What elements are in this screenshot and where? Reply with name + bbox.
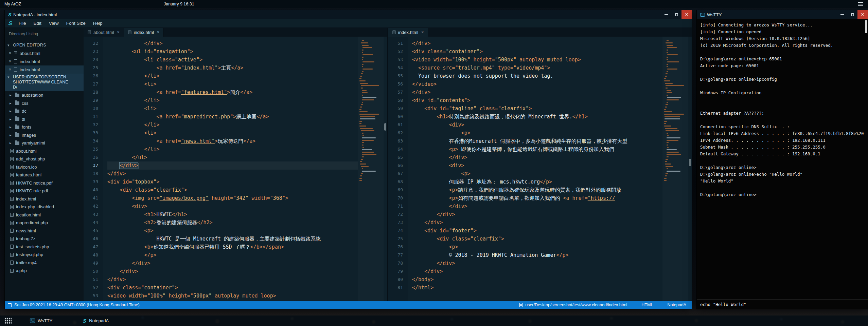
close-icon[interactable]: × [9,67,11,72]
code-line[interactable]: <p> [412,243,662,251]
sidebar-file-mapredirect.php[interactable]: mapredirect.php [5,219,84,227]
sidebar-file-trailer.mp4[interactable]: trailer.mp4 [5,259,84,267]
code-line[interactable]: <li class="active"> [107,56,358,64]
code-line[interactable]: Your browser does not support the video … [412,72,662,80]
open-editor-index.html[interactable]: ×index.html [5,65,84,74]
open-editors-section[interactable]: ▾ OPEN EDITORS [5,41,84,49]
maximize-button[interactable] [671,10,681,19]
sidebar-file-location.html[interactable]: location.html [5,211,84,219]
line-number[interactable]: 75 [388,235,403,243]
code-line[interactable]: </div> [412,210,662,218]
code-line[interactable]: <p> [412,170,662,178]
code-line[interactable]: <img src="images/box.png" height="342" w… [107,194,358,202]
menu-file[interactable]: File [15,21,30,26]
line-number[interactable]: 39 [84,178,98,186]
line-number[interactable]: 24 [84,56,98,64]
code-line[interactable]: </div> [412,202,662,210]
code-line[interactable]: <video width="100%" height="500px" autop… [107,292,358,300]
editor-tab-about.html[interactable]: about.html× [84,28,124,37]
statusbar-file[interactable]: user/Desktop/screenshot/test/www cleaned… [519,303,627,307]
sidebar-file-add_vhost.php[interactable]: add_vhost.php [5,155,84,163]
line-number[interactable]: 28 [84,88,98,96]
line-number[interactable]: 35 [84,145,98,153]
code-line[interactable]: <li> [107,104,358,113]
code-line[interactable]: </div> [107,161,358,170]
line-number[interactable]: 51 [388,39,403,47]
code-line[interactable]: <h2>香港的建築伺服器</h2> [107,218,358,227]
maximize-button[interactable] [847,10,857,19]
close-button[interactable]: × [681,10,692,19]
line-number[interactable]: 27 [84,80,98,88]
code-line[interactable]: <ul id="navigation"> [107,47,358,56]
line-number[interactable]: 66 [388,161,403,170]
sidebar-file-index.php_disabled[interactable]: index.php_disabled [5,203,84,211]
open-editor-about.html[interactable]: ×about.html [5,49,84,57]
code-line[interactable]: </li> [107,121,358,129]
sidebar-file-news.html[interactable]: news.html [5,227,84,235]
minimap[interactable] [358,37,384,301]
code-line[interactable]: <p>如有問題或需要申請白名單，歡迎加入我們的 <a href="https:/… [412,194,662,202]
line-number[interactable]: 49 [84,259,98,267]
sidebar-folder-autostation[interactable]: ▸autostation [5,91,84,99]
code-editor[interactable]: </div> <ul id="navigation"> <li class="a… [103,37,358,301]
menu-view[interactable]: View [45,21,63,26]
hamburger-menu-icon[interactable] [858,2,863,7]
sidebar-file-test_sockets.php[interactable]: test_sockets.php [5,243,84,251]
line-number[interactable]: 48 [84,251,98,259]
code-line[interactable]: </video> [412,80,662,88]
code-line[interactable]: </ul> [107,153,358,161]
code-line[interactable]: </div> [412,267,662,275]
code-line[interactable]: </li> [107,96,358,104]
line-number[interactable]: 77 [388,251,403,259]
line-number[interactable]: 45 [84,227,98,235]
line-number[interactable]: 56 [388,80,403,88]
code-line[interactable]: </div> [107,170,358,178]
code-editor[interactable]: </div><div class="container"><video widt… [408,37,662,301]
line-number[interactable]: 44 [84,218,98,227]
tab-close-icon[interactable]: × [421,30,424,35]
code-line[interactable]: </div> [107,275,358,284]
code-line[interactable]: <li> [107,129,358,137]
code-line[interactable]: <div id="topbox"> [107,178,358,186]
line-number[interactable]: 52 [388,47,403,56]
line-number[interactable]: 47 [84,243,98,251]
editor-scrollbar[interactable] [384,37,387,301]
editor-tab-index.html[interactable]: index.html× [388,28,428,37]
code-line[interactable]: </div> [412,259,662,267]
sidebar-folder-yamlyamlml[interactable]: ▸yamlyamlml [5,139,84,147]
line-number[interactable]: 78 [388,259,403,267]
code-line[interactable]: <div id="contents"> [412,96,662,104]
line-number[interactable]: 37 [84,161,98,170]
sidebar-folder-dc[interactable]: ▸dc [5,107,84,115]
code-line[interactable]: </li> [107,72,358,80]
system-menu-title[interactable]: My ArOZ [4,2,21,6]
sidebar-file-testmysql.php[interactable]: testmysql.php [5,251,84,259]
line-number[interactable]: 65 [388,153,403,161]
terminal-input[interactable]: echo "Hello World" [697,300,868,309]
line-number[interactable]: 52 [84,284,98,292]
sidebar-file-favicon.ico[interactable]: favicon.ico [5,163,84,171]
editor-tab-index.html[interactable]: index.html× [124,28,164,37]
code-line[interactable]: <div id="footer"> [412,227,662,235]
line-number[interactable]: 73 [388,218,403,227]
code-line[interactable]: <div> [412,121,662,129]
code-line[interactable]: </li> [107,145,358,153]
statusbar-language-mode[interactable]: HTML [641,303,653,307]
open-editor-index.html[interactable]: ×index.html [5,57,84,65]
sidebar-file-HKWTC rule.pdf[interactable]: HKWTC rule.pdf [5,187,84,195]
line-number[interactable]: 80 [388,275,403,284]
sidebar-file-index.html[interactable]: index.html [5,195,84,203]
code-line[interactable]: <p> [412,129,662,137]
code-line[interactable]: <a href="news.html">玩家傳送門</a> [107,137,358,145]
line-number[interactable]: 54 [388,64,403,72]
line-number[interactable]: 32 [84,121,98,129]
code-line[interactable]: <div id="tagline" class="clearfix"> [412,104,662,113]
editor-scrollbar[interactable] [688,37,692,301]
code-line[interactable]: <div class="container"> [107,284,358,292]
code-line[interactable]: </div> [412,153,662,161]
code-line[interactable]: </div> [412,88,662,96]
notepada-titlebar[interactable]: S NotepadA - index.html × [5,10,692,19]
line-number[interactable]: 72 [388,210,403,218]
code-line[interactable]: <a href="mapredirect.php">網上地圖</a> [107,113,358,121]
code-line[interactable]: <div class="container"> [412,47,662,56]
